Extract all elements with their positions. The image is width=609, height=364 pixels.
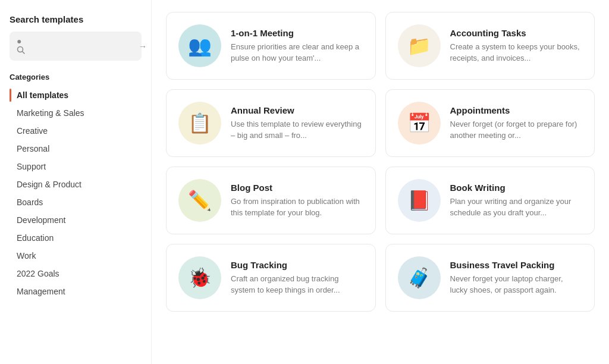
svg-line-1 — [23, 52, 25, 54]
template-info-1on1: 1-on-1 MeetingEnsure priorities are clea… — [231, 28, 363, 63]
template-info-appointments: AppointmentsNever forget (or forget to p… — [450, 105, 583, 140]
template-desc-book: Plan your writing and organize your sche… — [450, 196, 583, 218]
template-card-travel[interactable]: 🧳Business Travel PackingNever forget you… — [385, 244, 595, 312]
template-thumb-blog: ✏️ — [178, 179, 221, 222]
template-card-accounting[interactable]: 📁Accounting TasksCreate a system to keep… — [385, 12, 595, 80]
template-card-blog[interactable]: ✏️Blog PostGo from inspiration to public… — [166, 167, 376, 234]
template-desc-blog: Go from inspiration to publication with … — [231, 196, 363, 218]
main-content: 👥1-on-1 MeetingEnsure priorities are cle… — [152, 0, 609, 364]
search-box[interactable]: ● → — [10, 32, 142, 61]
template-thumb-travel: 🧳 — [398, 256, 441, 299]
template-thumb-accounting: 📁 — [398, 24, 441, 67]
template-info-book: Book WritingPlan your writing and organi… — [450, 183, 583, 218]
template-info-bug: Bug TrackingCraft an organized bug track… — [231, 260, 363, 295]
sidebar-item-education[interactable]: Education — [10, 229, 142, 247]
template-thumb-appointments: 📅 — [398, 102, 441, 145]
template-desc-bug: Craft an organized bug tracking system t… — [231, 274, 363, 295]
template-card-appointments[interactable]: 📅AppointmentsNever forget (or forget to … — [385, 89, 595, 157]
sidebar-item-personal[interactable]: Personal — [10, 140, 142, 158]
sidebar-title: Search templates — [10, 14, 142, 24]
sidebar-item-goals[interactable]: 2022 Goals — [10, 265, 142, 283]
template-desc-travel: Never forget your laptop charger, lucky … — [450, 274, 583, 295]
category-nav: All templatesMarketing & SalesCreativePe… — [10, 86, 142, 300]
template-title-1on1: 1-on-1 Meeting — [231, 28, 363, 38]
template-card-1on1[interactable]: 👥1-on-1 MeetingEnsure priorities are cle… — [166, 12, 376, 80]
sidebar-item-all[interactable]: All templates — [10, 86, 142, 104]
template-thumb-book: 📕 — [398, 179, 441, 222]
sidebar-item-design[interactable]: Design & Product — [10, 175, 142, 193]
template-title-annual: Annual Review — [231, 105, 363, 115]
sidebar-item-marketing[interactable]: Marketing & Sales — [10, 104, 142, 122]
sidebar-item-management[interactable]: Management — [10, 283, 142, 300]
template-desc-1on1: Ensure priorities are clear and keep a p… — [231, 42, 363, 63]
template-info-accounting: Accounting TasksCreate a system to keeps… — [450, 28, 583, 63]
template-title-bug: Bug Tracking — [231, 260, 363, 270]
sidebar-item-work[interactable]: Work — [10, 247, 142, 265]
sidebar-item-support[interactable]: Support — [10, 158, 142, 175]
template-title-book: Book Writing — [450, 183, 583, 193]
template-info-travel: Business Travel PackingNever forget your… — [450, 260, 583, 295]
template-card-bug[interactable]: 🐞Bug TrackingCraft an organized bug trac… — [166, 244, 376, 312]
template-title-blog: Blog Post — [231, 183, 363, 193]
template-desc-appointments: Never forget (or forget to prepare for) … — [450, 119, 583, 140]
template-title-accounting: Accounting Tasks — [450, 28, 583, 38]
sidebar-item-creative[interactable]: Creative — [10, 122, 142, 140]
template-card-annual[interactable]: 📋Annual ReviewUse this template to revie… — [166, 89, 376, 157]
search-icon: ● — [17, 36, 25, 56]
search-submit-icon[interactable]: → — [139, 42, 147, 51]
sidebar-item-boards[interactable]: Boards — [10, 193, 142, 211]
template-card-book[interactable]: 📕Book WritingPlan your writing and organ… — [385, 167, 595, 234]
template-title-travel: Business Travel Packing — [450, 260, 583, 270]
template-info-annual: Annual ReviewUse this template to review… — [231, 105, 363, 140]
search-input[interactable] — [30, 42, 134, 51]
templates-grid: 👥1-on-1 MeetingEnsure priorities are cle… — [166, 12, 595, 312]
template-desc-annual: Use this template to review everything –… — [231, 119, 363, 140]
sidebar: Search templates ● → Categories All temp… — [0, 0, 152, 364]
template-thumb-bug: 🐞 — [178, 256, 221, 299]
template-title-appointments: Appointments — [450, 105, 583, 115]
template-info-blog: Blog PostGo from inspiration to publicat… — [231, 183, 363, 218]
categories-label: Categories — [10, 73, 142, 81]
template-thumb-1on1: 👥 — [178, 24, 221, 67]
template-desc-accounting: Create a system to keeps your books, rec… — [450, 42, 583, 63]
sidebar-item-development[interactable]: Development — [10, 211, 142, 229]
template-thumb-annual: 📋 — [178, 102, 221, 145]
